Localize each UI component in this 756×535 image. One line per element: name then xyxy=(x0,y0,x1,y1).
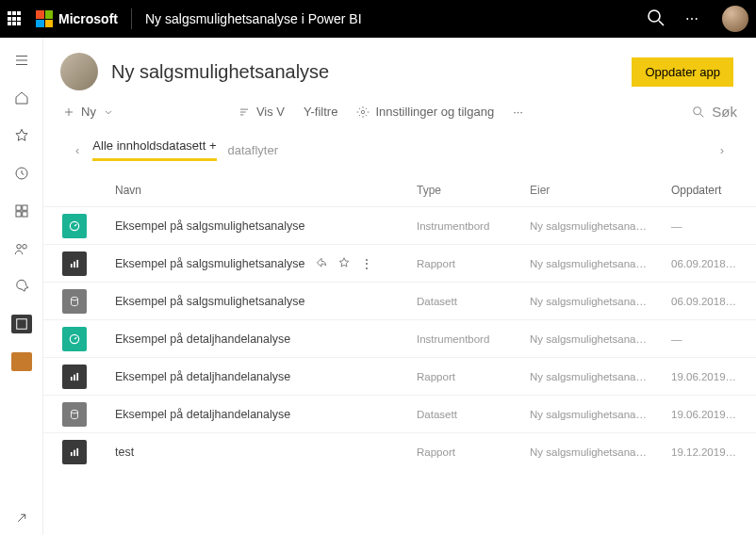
svg-point-0 xyxy=(649,10,660,22)
brand-text: Microsoft xyxy=(58,11,118,26)
item-owner: Ny salgsmulighetsana… xyxy=(530,258,671,269)
update-app-button[interactable]: Oppdater app xyxy=(632,57,733,87)
search-icon[interactable] xyxy=(645,7,667,32)
view-button[interactable]: Vis V xyxy=(238,105,285,119)
item-type: Datasett xyxy=(417,296,530,307)
avatar[interactable] xyxy=(722,6,748,32)
workspace-header: Ny salgsmulighetsanalyse Oppdater app xyxy=(43,38,756,100)
toolbar-more-button[interactable]: ··· xyxy=(513,105,523,119)
content-table: Navn Type Eier Oppdatert Eksempel på sal… xyxy=(43,170,756,470)
item-updated: 06.09.2018 kl. 15:06:05 xyxy=(671,296,737,307)
svg-rect-33 xyxy=(76,447,78,455)
workspace-title: Ny salgsmulighetsanalyse xyxy=(111,61,632,83)
table-row[interactable]: Eksempel på detaljhandelanalyse Rapport … xyxy=(43,357,756,395)
svg-rect-8 xyxy=(16,212,21,217)
view-label: Vis V xyxy=(256,105,285,119)
item-name: Eksempel på detaljhandelanalyse xyxy=(115,332,290,346)
item-name: Eksempel på salgsmulighetsanalyse xyxy=(115,257,305,270)
col-owner[interactable]: Eier xyxy=(530,184,671,197)
item-name: Eksempel på salgsmulighetsanalyse xyxy=(115,219,305,233)
item-type: Rapport xyxy=(417,446,530,458)
content-type-icon xyxy=(62,289,87,314)
share-icon[interactable] xyxy=(315,256,328,269)
content-type-icon xyxy=(62,365,87,389)
item-type: Rapport xyxy=(417,258,530,269)
item-name: test xyxy=(115,446,134,459)
item-type: Instrumentbord xyxy=(417,220,530,232)
main-content: Ny salgsmulighetsanalyse Oppdater app Ny… xyxy=(43,38,756,535)
tabs-scroll-left-icon[interactable]: ‹ xyxy=(68,139,87,161)
nav-current-workspace-icon[interactable] xyxy=(0,345,43,379)
tab-all-content[interactable]: Alle innholdsdatasett + xyxy=(92,138,216,161)
star-icon[interactable] xyxy=(337,256,351,269)
item-owner: Ny salgsmulighetsana… xyxy=(530,296,671,307)
svg-rect-6 xyxy=(16,205,21,210)
item-updated: 19.12.2019 kl. 10:04:34 xyxy=(671,446,737,458)
filters-button[interactable]: Y-filtre xyxy=(304,105,337,119)
svg-rect-22 xyxy=(71,264,73,268)
svg-rect-28 xyxy=(74,374,75,380)
toolbar: Ny Vis V Y-filtre Innstillinger og tilga… xyxy=(43,100,756,129)
tabs-scroll-right-icon[interactable]: › xyxy=(713,139,731,161)
item-updated: — xyxy=(671,333,737,345)
svg-rect-7 xyxy=(22,205,26,210)
nav-deploy-icon[interactable] xyxy=(0,269,43,303)
search-placeholder: Søk xyxy=(712,104,737,120)
tab-dataflows[interactable]: dataflyter xyxy=(228,143,278,157)
nav-recent-icon[interactable] xyxy=(0,156,43,190)
workspace-avatar-icon xyxy=(60,53,98,90)
item-type: Instrumentbord xyxy=(417,333,530,345)
settings-access-button[interactable]: Innstillinger og tilgang xyxy=(356,105,494,119)
table-row[interactable]: Eksempel på detaljhandelanalyse Instrume… xyxy=(43,319,756,357)
item-updated: 06.09.2018 kl. 15:06:05 xyxy=(671,258,737,269)
divider xyxy=(131,8,132,29)
more-icon[interactable]: ⋯ xyxy=(681,11,703,26)
new-label: Ny xyxy=(81,105,96,119)
microsoft-logo: Microsoft xyxy=(36,10,118,27)
app-launcher-icon[interactable] xyxy=(8,11,23,26)
svg-point-10 xyxy=(16,245,21,250)
col-type[interactable]: Type xyxy=(417,184,530,197)
table-row[interactable]: Eksempel på salgsmulighetsanalyse Instru… xyxy=(43,206,756,244)
item-owner: Ny salgsmulighetsana… xyxy=(530,333,671,345)
svg-point-19 xyxy=(694,106,701,114)
search-icon xyxy=(691,105,706,120)
item-name: Eksempel på detaljhandelanalyse xyxy=(115,408,290,421)
content-type-icon xyxy=(62,327,87,351)
item-type: Datasett xyxy=(417,409,530,420)
toolbar-search[interactable]: Søk xyxy=(691,104,737,120)
nav-shared-icon[interactable] xyxy=(0,232,43,266)
row-more-icon[interactable]: ⋮ xyxy=(360,256,373,271)
svg-rect-31 xyxy=(71,452,73,456)
nav-expand-icon[interactable] xyxy=(0,501,43,535)
svg-rect-12 xyxy=(16,319,26,330)
svg-rect-27 xyxy=(71,377,73,381)
toolbar-more-label: ··· xyxy=(513,105,523,119)
svg-rect-32 xyxy=(74,449,75,455)
nav-apps-icon[interactable] xyxy=(0,194,43,228)
item-owner: Ny salgsmulighetsana… xyxy=(530,371,671,382)
nav-menu-icon[interactable] xyxy=(0,43,43,77)
global-header: Microsoft Ny salgsmulighetsanalyse i Pow… xyxy=(0,0,756,38)
nav-workspaces-icon[interactable] xyxy=(0,307,43,341)
settings-access-label: Innstillinger og tilgang xyxy=(375,105,494,119)
col-name[interactable]: Navn xyxy=(115,184,417,197)
content-type-icon xyxy=(62,440,87,464)
svg-rect-23 xyxy=(74,261,75,267)
content-type-icon xyxy=(62,402,87,427)
svg-point-11 xyxy=(22,245,26,250)
item-type: Rapport xyxy=(417,371,530,382)
svg-point-18 xyxy=(362,110,366,114)
nav-favorites-icon[interactable] xyxy=(0,119,43,153)
item-name: Eksempel på detaljhandelanalyse xyxy=(115,370,290,383)
table-row[interactable]: Eksempel på salgsmulighetsanalyse ⋮ Rapp… xyxy=(43,244,756,282)
item-owner: Ny salgsmulighetsana… xyxy=(530,220,671,232)
table-header: Navn Type Eier Oppdatert xyxy=(43,174,756,206)
nav-home-icon[interactable] xyxy=(0,81,43,115)
new-button[interactable]: Ny xyxy=(62,105,115,119)
table-row[interactable]: Eksempel på salgsmulighetsanalyse Datase… xyxy=(43,282,756,319)
chevron-down-icon xyxy=(102,105,115,119)
table-row[interactable]: Eksempel på detaljhandelanalyse Datasett… xyxy=(43,395,756,432)
table-row[interactable]: test Rapport Ny salgsmulighetsana… 19.12… xyxy=(43,432,756,470)
col-updated[interactable]: Oppdatert xyxy=(671,184,737,197)
